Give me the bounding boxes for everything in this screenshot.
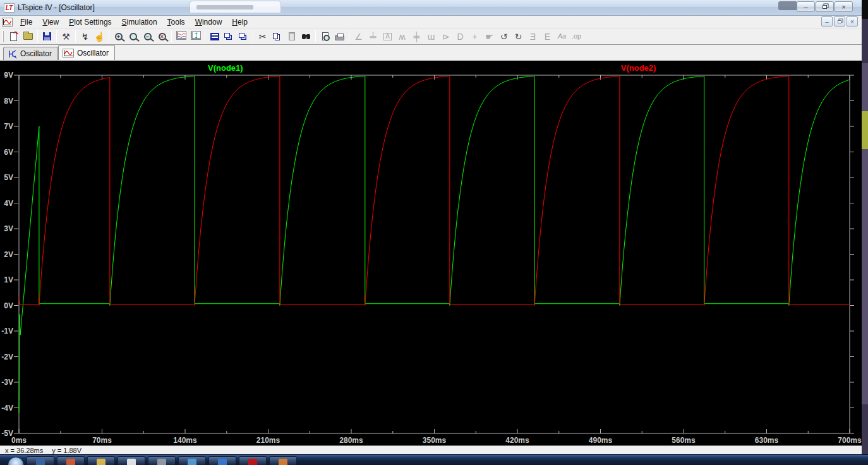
taskbar-app-1[interactable] [27,456,54,465]
autorange-y-axis-button[interactable] [188,30,203,44]
mirror-button: E [540,30,555,44]
menu-tools[interactable]: Tools [162,16,190,28]
taskbar-app-icon [188,459,196,465]
toolbar-separator [56,30,57,42]
tab-label: Oscillator [20,49,52,58]
taskbar-app-7[interactable] [208,456,236,465]
zoom-redraw-icon: × [159,33,166,40]
y-tick-label: 4V [4,199,13,208]
zoom-in-button[interactable]: + [111,30,126,44]
waveform-plot[interactable]: 0ms70ms140ms210ms280ms350ms420ms490ms560… [0,61,862,445]
taskbar-app-icon [36,459,45,465]
drag-icon: ☛ [485,32,493,41]
taskbar-app-9[interactable] [269,456,297,465]
find-icon [302,34,306,39]
toolbar-separator [205,30,205,42]
menu-view[interactable]: View [37,16,64,28]
save-button[interactable] [40,30,54,44]
rotate-button: Ǝ [526,30,540,44]
spice-directive-icon: .op [572,33,581,40]
menu-window[interactable]: Window [190,16,227,28]
place-resistor-icon: ʍ [399,32,405,41]
open-file-button[interactable] [21,30,35,44]
start-button[interactable] [8,457,24,465]
cursor-x-readout: x = 36.28ms [5,447,43,454]
autorange-y-axis-icon [190,30,202,43]
place-diode-button: ⊳ [438,30,453,44]
x-tick-label: 420ms [505,436,529,445]
rotate-icon: Ǝ [530,32,536,41]
restore-button[interactable] [816,1,834,12]
zoom-out-button[interactable]: − [140,30,155,44]
open-file-icon [23,33,33,40]
y-tick-label: -2V [1,353,13,361]
x-tick-label: 70ms [92,436,112,445]
run-simulation-button[interactable]: ↯ [78,30,92,44]
tile-horizontal-icon [210,33,219,40]
tile-vertical-icon [239,33,244,38]
cascade-windows-button[interactable] [222,30,236,44]
find-button[interactable] [299,30,313,44]
zoom-out-icon: − [144,33,152,40]
mdi-restore-button[interactable] [834,16,845,27]
window-controls: – × [796,1,853,12]
taskbar-app-3[interactable] [87,456,115,465]
control-panel-button[interactable]: ⚒ [59,30,73,44]
taskbar-app-8[interactable] [239,456,267,465]
plot-settings-button[interactable] [174,30,188,44]
taskbar-app-4[interactable] [118,456,145,465]
screen: LT LTspice IV - [Oscillator] – × FileVie… [0,0,868,465]
background-window-tab [190,1,281,13]
zoom-redraw-button[interactable]: × [155,30,169,44]
tile-horizontal-button[interactable] [207,30,222,44]
menu-help[interactable]: Help [227,16,253,28]
mdi-close-button[interactable]: × [847,16,858,27]
menu-simulation[interactable]: Simulation [117,16,162,28]
taskbar-app-2[interactable] [57,456,85,465]
waveform-plot-pane[interactable]: 0ms70ms140ms210ms280ms350ms420ms490ms560… [0,61,862,445]
print-button[interactable] [332,30,347,44]
move-button: + [467,30,482,44]
trace-label-V(node1)[interactable]: V(node1) [208,63,243,73]
zoom-full-extents-button[interactable] [126,30,140,44]
toolbar-separator [37,30,38,42]
cut-button[interactable]: ✂ [255,30,270,44]
redo-button[interactable]: ↻ [511,30,526,44]
copy-button[interactable] [270,30,284,44]
taskbar [0,454,868,465]
print-preview-icon [322,32,329,40]
menu-items: FileViewPlot SettingsSimulationToolsWind… [15,16,253,28]
tab-oscillator-waveform[interactable]: Oscillator [58,45,115,60]
print-preview-button[interactable] [318,30,332,44]
tile-vertical-button[interactable] [236,30,251,44]
undo-button[interactable]: ↺ [497,30,511,44]
taskbar-app-6[interactable] [178,456,206,465]
paste-button [284,30,299,44]
mirror-icon: E [545,32,550,41]
x-tick-label: 700ms [838,436,862,445]
titlebar[interactable]: LT LTspice IV - [Oscillator] – × [0,0,862,16]
move-icon: + [472,32,477,41]
place-label-button: A [380,30,395,44]
trace-label-V(node2)[interactable]: V(node2) [621,63,656,73]
close-button[interactable]: × [835,1,853,12]
mdi-minimize-button[interactable]: – [821,16,833,27]
y-tick-label: -3V [1,378,13,387]
taskbar-app-5[interactable] [148,456,176,465]
spice-directive-button: .op [569,30,584,44]
plot-frame [19,75,850,433]
toolbar-gripper[interactable] [2,31,4,42]
place-label-icon: A [383,33,392,40]
toolbar-separator [253,30,253,42]
place-ground-button: ╧ [366,30,380,44]
place-text-button: Aa [555,30,569,44]
menu-plot-settings[interactable]: Plot Settings [64,16,116,28]
undo-icon: ↺ [500,32,508,41]
menu-file[interactable]: File [15,16,37,28]
y-tick-label: 0V [4,301,13,310]
halt-simulation-icon: ☝ [94,32,105,41]
new-schematic-button[interactable]: ↷ [6,30,21,44]
minimize-button[interactable]: – [797,1,815,12]
place-capacitor-icon: ╪ [414,32,420,41]
tab-oscillator-schematic[interactable]: Oscillator [3,47,58,60]
